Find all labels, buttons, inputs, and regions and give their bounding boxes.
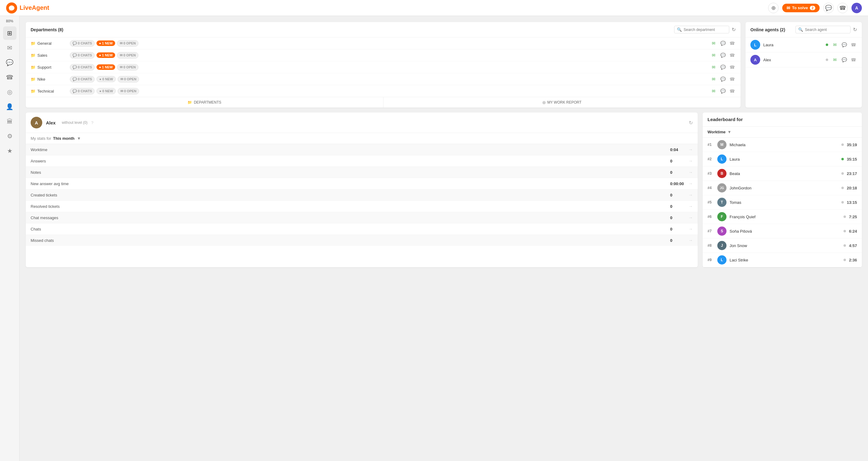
answers-arrow[interactable]: → bbox=[688, 159, 693, 163]
stat-row-created-tickets: Created tickets 0 → bbox=[26, 190, 698, 201]
nike-chat-icon[interactable]: 💬 bbox=[719, 76, 726, 83]
departments-refresh-button[interactable]: ↻ bbox=[732, 27, 736, 32]
lb-avatar-sona: S bbox=[717, 227, 726, 236]
lb-avatar-tomas: T bbox=[717, 198, 726, 207]
lb-row-lacistrike: #9 L Laci Strike 2:36 bbox=[703, 253, 862, 267]
logo-icon bbox=[6, 2, 17, 13]
lb-status-sona bbox=[843, 230, 846, 232]
resolved-tickets-value: 0 bbox=[670, 204, 688, 209]
sidebar-item-tickets[interactable]: ✉ bbox=[3, 41, 17, 55]
notes-arrow[interactable]: → bbox=[688, 170, 693, 175]
support-chat-icon[interactable]: 💬 bbox=[719, 63, 726, 71]
missed-chats-label: Missed chats bbox=[31, 238, 670, 243]
add-button[interactable]: ⊕ bbox=[768, 3, 779, 13]
laura-phone-action[interactable]: ☎ bbox=[849, 41, 857, 49]
lb-status-jonsnow bbox=[843, 244, 846, 247]
departments-footer-btn[interactable]: 📁 DEPARTMENTS bbox=[26, 97, 383, 108]
leaderboard-filter: Worktime ▼ bbox=[703, 126, 862, 138]
bottom-panel-row: A Alex without level (0) ? ↻ My stats fo… bbox=[26, 113, 862, 267]
lb-rank-9: #9 bbox=[708, 258, 714, 262]
sales-open-badge: ✉ 0 OPEN bbox=[117, 52, 138, 59]
support-chats-badge: 💬 0 CHATS bbox=[70, 64, 95, 70]
work-report-footer-btn[interactable]: ◎ MY WORK REPORT bbox=[383, 97, 741, 108]
sidebar-item-chat[interactable]: 💬 bbox=[3, 56, 17, 69]
lb-time-lacistrike: 2:36 bbox=[849, 258, 857, 262]
user-avatar-button[interactable]: A bbox=[851, 3, 862, 13]
support-new-badge: ● 1 NEW bbox=[96, 64, 115, 70]
lb-name-lacistrike: Laci Strike bbox=[730, 258, 840, 262]
lb-name-johngordon: JohnGordon bbox=[730, 186, 838, 190]
lb-status-tomas bbox=[841, 201, 844, 204]
stats-help-icon[interactable]: ? bbox=[91, 120, 93, 125]
stat-row-missed-chats: Missed chats 0 → bbox=[26, 235, 698, 246]
notes-label: Notes bbox=[31, 170, 670, 175]
alex-phone-action[interactable]: ☎ bbox=[849, 56, 857, 63]
sidebar-item-dashboard[interactable]: ⊞ bbox=[3, 26, 17, 40]
folder-icon-footer: 📁 bbox=[187, 100, 192, 105]
lb-avatar-johngordon: JG bbox=[717, 183, 726, 193]
general-email-icon[interactable]: ✉ bbox=[710, 39, 717, 47]
lb-rank-3: #3 bbox=[708, 171, 714, 176]
agents-title: Online agents (2) bbox=[750, 27, 785, 32]
leaderboard-filter-label[interactable]: Worktime bbox=[708, 129, 725, 134]
period-dropdown-icon[interactable]: ▼ bbox=[77, 136, 81, 141]
dept-name-sales: Sales bbox=[37, 53, 48, 58]
resolved-tickets-label: Resolved tickets bbox=[31, 204, 670, 209]
to-solve-label: To solve bbox=[792, 5, 808, 10]
chat-messages-arrow[interactable]: → bbox=[688, 215, 693, 220]
general-phone-icon[interactable]: ☎ bbox=[728, 39, 736, 47]
agent-search-box[interactable]: 🔍 bbox=[796, 26, 850, 33]
lb-avatar-lacistrike: L bbox=[717, 255, 726, 264]
sales-email-icon[interactable]: ✉ bbox=[710, 52, 717, 59]
stats-period[interactable]: This month bbox=[53, 136, 74, 141]
lb-time-jonsnow: 4:57 bbox=[849, 243, 857, 248]
lb-rank-1: #1 bbox=[708, 143, 714, 147]
nike-email-icon[interactable]: ✉ bbox=[710, 76, 717, 83]
technical-chat-icon[interactable]: 💬 bbox=[719, 87, 726, 95]
laura-chat-action[interactable]: 💬 bbox=[840, 41, 848, 49]
alex-chat-action[interactable]: 💬 bbox=[840, 56, 848, 63]
department-search-box[interactable]: 🔍 bbox=[674, 26, 729, 33]
agents-refresh-button[interactable]: ↻ bbox=[853, 27, 857, 32]
sidebar-item-phone[interactable]: ☎ bbox=[3, 70, 17, 84]
created-tickets-arrow[interactable]: → bbox=[688, 193, 693, 197]
new-answer-avg-arrow[interactable]: → bbox=[688, 181, 693, 186]
lb-time-laura: 35:15 bbox=[847, 157, 857, 162]
alex-email-action[interactable]: ✉ bbox=[831, 56, 839, 63]
support-phone-icon[interactable]: ☎ bbox=[728, 63, 736, 71]
department-search-input[interactable] bbox=[684, 28, 726, 32]
chats-label: Chats bbox=[31, 227, 670, 231]
worktime-arrow[interactable]: → bbox=[688, 147, 693, 152]
technical-email-icon[interactable]: ✉ bbox=[710, 87, 717, 95]
sales-chat-icon[interactable]: 💬 bbox=[719, 52, 726, 59]
chat-messages-label: Chat messages bbox=[31, 215, 670, 220]
new-answer-avg-label: New answer avg time bbox=[31, 181, 670, 186]
sidebar-item-reports[interactable]: ◎ bbox=[3, 85, 17, 99]
chats-arrow[interactable]: → bbox=[688, 227, 693, 231]
chat-nav-button[interactable]: 💬 bbox=[823, 3, 834, 13]
dept-row-general: 📁 General 💬 0 CHATS ● 1 NEW ✉ 0 OPEN ✉ 💬… bbox=[26, 37, 741, 49]
sidebar-item-knowledge[interactable]: 🏛 bbox=[3, 115, 17, 128]
stats-refresh-button[interactable]: ↻ bbox=[689, 120, 693, 126]
technical-phone-icon[interactable]: ☎ bbox=[728, 87, 736, 95]
sidebar-item-plugins[interactable]: ★ bbox=[3, 144, 17, 157]
dept-row-sales: 📁 Sales 💬 0 CHATS ● 1 NEW ✉ 0 OPEN ✉ 💬 ☎ bbox=[26, 49, 741, 61]
top-navigation: LiveAgent ⊕ ✉ To solve 2 💬 ☎ A bbox=[0, 0, 868, 16]
sidebar-item-settings[interactable]: ⚙ bbox=[3, 129, 17, 143]
logo-agent: Agent bbox=[32, 4, 49, 11]
missed-chats-arrow[interactable]: → bbox=[688, 238, 693, 243]
laura-email-action[interactable]: ✉ bbox=[831, 41, 839, 49]
nike-phone-icon[interactable]: ☎ bbox=[728, 76, 736, 83]
sales-phone-icon[interactable]: ☎ bbox=[728, 52, 736, 59]
resolved-tickets-arrow[interactable]: → bbox=[688, 204, 693, 209]
leaderboard-filter-arrow[interactable]: ▼ bbox=[727, 129, 732, 134]
phone-nav-button[interactable]: ☎ bbox=[837, 3, 848, 13]
lb-time-michaela: 35:19 bbox=[847, 143, 857, 147]
my-stats-panel: A Alex without level (0) ? ↻ My stats fo… bbox=[26, 113, 698, 267]
agent-search-input[interactable] bbox=[805, 28, 848, 32]
sidebar-item-contacts[interactable]: 👤 bbox=[3, 100, 17, 113]
lb-row-jonsnow: #8 J Jon Snow 4:57 bbox=[703, 238, 862, 253]
support-email-icon[interactable]: ✉ bbox=[710, 63, 717, 71]
general-chat-icon[interactable]: 💬 bbox=[719, 39, 726, 47]
to-solve-button[interactable]: ✉ To solve 2 bbox=[782, 4, 819, 12]
